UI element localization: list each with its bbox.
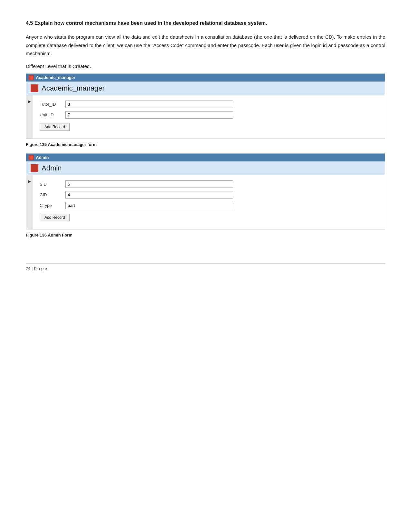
- form2-arrow-icon: ▶: [28, 179, 31, 184]
- form2-header-row: Admin: [26, 161, 385, 175]
- form2-label-1: CID: [40, 192, 65, 197]
- form1-field-row-1: Unit_ID: [40, 111, 378, 119]
- form2-field-row-0: SID: [40, 180, 378, 188]
- form1-label-1: Unit_ID: [40, 112, 65, 117]
- form2-titlebar-icon: [29, 155, 34, 160]
- form1-label-0: Tutor_ID: [40, 102, 65, 107]
- page-footer: 74 | P a g e: [26, 263, 385, 271]
- form2-field-row-2: CType: [40, 202, 378, 209]
- form1-sidebar: ▶: [26, 95, 33, 139]
- form2-input-0[interactable]: [65, 180, 233, 188]
- form1-input-0[interactable]: [65, 101, 233, 108]
- form2-input-1[interactable]: [65, 191, 233, 198]
- form2-sidebar: ▶: [26, 175, 33, 229]
- form1-header-icon: [31, 84, 38, 92]
- form1-header-row: Academic_manager: [26, 82, 385, 95]
- form2-field-row-1: CID: [40, 191, 378, 198]
- form2-label-0: SID: [40, 182, 65, 187]
- form1-header-title: Academic_manager: [42, 84, 105, 92]
- form2-add-record-button[interactable]: Add Record: [40, 214, 70, 221]
- form2-fields: SID CID CType Add Record: [33, 175, 385, 229]
- form1-arrow-icon: ▶: [28, 99, 31, 104]
- form2-titlebar: Admin: [26, 154, 385, 161]
- form1-field-row-0: Tutor_ID: [40, 101, 378, 108]
- form2-input-2[interactable]: [65, 202, 233, 209]
- caption2: Figure 136 Admin Form: [26, 233, 385, 237]
- form1-fields: Tutor_ID Unit_ID Add Record: [33, 95, 385, 139]
- caption1: Figure 135 Academic manager form: [26, 142, 385, 147]
- form2-titlebar-label: Admin: [36, 155, 49, 160]
- form2-window: Admin Admin ▶ SID CID CType Add Record: [26, 153, 385, 229]
- form2-header-title: Admin: [42, 164, 62, 172]
- form2-body: ▶ SID CID CType Add Record: [26, 175, 385, 229]
- paragraph1: Anyone who starts the program can view a…: [26, 33, 385, 58]
- subtext: Different Level that is Created.: [26, 63, 385, 69]
- form2-label-2: CType: [40, 203, 65, 208]
- section-heading: 4.5 Explain how control mechanisms have …: [26, 19, 385, 27]
- form1-add-record-button[interactable]: Add Record: [40, 123, 70, 131]
- form1-titlebar-icon: [29, 75, 34, 80]
- form1-body: ▶ Tutor_ID Unit_ID Add Record: [26, 95, 385, 139]
- form1-input-1[interactable]: [65, 111, 233, 119]
- form1-titlebar-label: Academic_manager: [36, 75, 75, 80]
- form1-titlebar: Academic_manager: [26, 74, 385, 82]
- form1-window: Academic_manager Academic_manager ▶ Tuto…: [26, 73, 385, 139]
- form2-header-icon: [31, 164, 38, 172]
